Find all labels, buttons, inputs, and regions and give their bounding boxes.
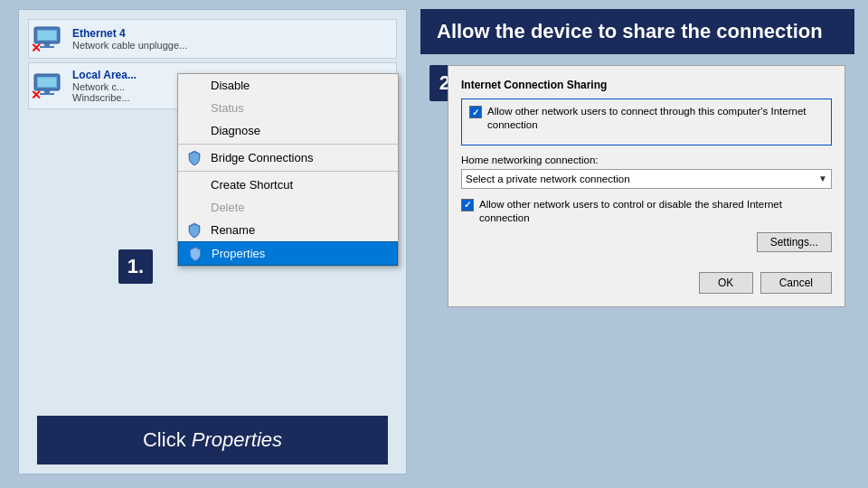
- home-net-label: Home networking connection:: [461, 155, 832, 165]
- menu-properties[interactable]: Properties: [178, 241, 398, 266]
- localarea-icon: ✕: [33, 72, 65, 99]
- checkbox1-group: Allow other network users to connect thr…: [461, 99, 832, 145]
- select-arrow-icon: ▼: [818, 174, 827, 183]
- settings-row: Settings...: [461, 232, 832, 252]
- title-bar: Allow the device to share the connection: [420, 9, 854, 54]
- svg-rect-3: [40, 46, 54, 48]
- menu-sep1: [178, 144, 398, 145]
- ethernet4-status: Network cable unplugge...: [72, 40, 392, 51]
- x-badge-ethernet4: ✕: [31, 42, 42, 54]
- select-placeholder: Select a private network connection: [466, 174, 630, 184]
- checkbox2-label: Allow other network users to control or …: [479, 198, 832, 225]
- menu-rename-label: Rename: [211, 223, 255, 237]
- context-menu: Disable Status Diagnose Bridge Connectio…: [177, 73, 399, 267]
- ethernet4-name: Ethernet 4: [72, 27, 392, 40]
- menu-shortcut-label: Create Shortcut: [211, 178, 293, 192]
- menu-bridge-label: Bridge Connections: [211, 151, 313, 164]
- left-panel: ✕ Ethernet 4 Network cable unplugge... ✕: [18, 9, 407, 474]
- dialog-box: Internet Connection Sharing Allow other …: [448, 65, 845, 307]
- menu-rename[interactable]: Rename: [178, 219, 398, 241]
- menu-properties-label: Properties: [212, 247, 265, 260]
- checkbox2-row: Allow other network users to control or …: [461, 198, 832, 225]
- shield-icon-properties: [186, 245, 204, 263]
- home-net-select[interactable]: Select a private network connection ▼: [461, 169, 832, 189]
- menu-shortcut[interactable]: Create Shortcut: [178, 174, 398, 196]
- cancel-button[interactable]: Cancel: [760, 272, 832, 294]
- step1-label: 1.: [127, 255, 144, 278]
- menu-bridge[interactable]: Bridge Connections: [178, 146, 398, 169]
- ethernet4-icon: ✕: [33, 25, 65, 52]
- menu-status-label: Status: [211, 101, 244, 115]
- ethernet4-item[interactable]: ✕ Ethernet 4 Network cable unplugge...: [28, 19, 397, 59]
- x-badge-localarea: ✕: [31, 89, 42, 101]
- svg-rect-8: [40, 93, 54, 95]
- bottom-text-italic: Properties: [192, 428, 282, 451]
- checkbox1-label: Allow other network users to connect thr…: [487, 105, 824, 132]
- svg-rect-4: [38, 31, 56, 40]
- menu-status: Status: [178, 97, 398, 119]
- select-row: Select a private network connection ▼: [461, 169, 832, 189]
- menu-sep2: [178, 171, 398, 172]
- checkbox1[interactable]: [469, 106, 482, 118]
- shield-icon-bridge: [185, 149, 203, 167]
- menu-disable-label: Disable: [211, 79, 250, 92]
- dialog-section-title: Internet Connection Sharing: [461, 79, 832, 91]
- bottom-label: Click Properties: [37, 416, 388, 465]
- checkbox2[interactable]: [461, 199, 474, 211]
- ok-button[interactable]: OK: [699, 272, 753, 294]
- dialog-footer: OK Cancel: [461, 265, 832, 294]
- settings-button[interactable]: Settings...: [757, 232, 832, 252]
- shield-icon-rename: [185, 221, 203, 239]
- checkbox1-row: Allow other network users to connect thr…: [469, 105, 824, 132]
- menu-diagnose[interactable]: Diagnose: [178, 119, 398, 142]
- svg-rect-9: [38, 78, 56, 87]
- menu-delete: Delete: [178, 196, 398, 219]
- ethernet4-info: Ethernet 4 Network cable unplugge...: [72, 27, 392, 51]
- menu-diagnose-label: Diagnose: [211, 124, 260, 137]
- title-text: Allow the device to share the connection: [437, 20, 823, 42]
- step1-badge: 1.: [118, 249, 153, 284]
- menu-delete-label: Delete: [211, 201, 245, 214]
- menu-disable[interactable]: Disable: [178, 74, 398, 97]
- bottom-text-static: Click: [143, 428, 192, 451]
- right-panel: Allow the device to share the connection…: [420, 9, 854, 474]
